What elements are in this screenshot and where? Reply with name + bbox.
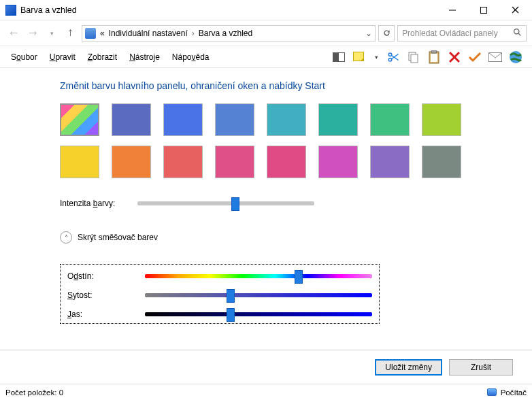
content-pane: Změnit barvu hlavního panelu, ohraničení…: [0, 68, 532, 350]
menu-nastroje[interactable]: Nástroje: [124, 50, 165, 65]
breadcrumb-separator: ›: [192, 29, 195, 38]
window-title: Barva a vzhled: [20, 5, 437, 15]
luminance-slider[interactable]: [145, 312, 372, 316]
status-location: Počítač: [501, 388, 527, 397]
scissors-icon[interactable]: [386, 50, 400, 64]
sticky-note-icon[interactable]: [352, 50, 366, 64]
minimize-button[interactable]: [437, 0, 468, 20]
color-swatch-13[interactable]: [318, 146, 358, 178]
toolbar-dropdown-icon[interactable]: ▾: [373, 50, 380, 64]
color-swatch-9[interactable]: [112, 146, 151, 178]
address-dropdown-icon[interactable]: ⌄: [365, 29, 372, 38]
color-swatch-3[interactable]: [215, 103, 254, 136]
toggle-color-mixer[interactable]: ˄ Skrýt směšovač barev: [60, 231, 380, 244]
color-swatch-1[interactable]: [112, 103, 151, 136]
color-swatch-6[interactable]: [370, 103, 410, 136]
svg-line-12: [391, 54, 399, 59]
breadcrumb-item-2[interactable]: Barva a vzhled: [199, 29, 252, 38]
luminance-label: Jas:: [67, 310, 135, 319]
globe-icon[interactable]: [509, 50, 522, 64]
color-swatch-14[interactable]: [370, 146, 410, 178]
breadcrumb-item-1[interactable]: Individuální nastavení: [109, 29, 188, 38]
svg-line-11: [391, 55, 399, 61]
svg-line-5: [518, 33, 520, 35]
breadcrumb-prefix: «: [100, 29, 105, 38]
color-swatch-8[interactable]: [60, 146, 99, 178]
contrast-icon[interactable]: [332, 50, 346, 64]
maximize-button[interactable]: [468, 0, 499, 20]
chevron-up-icon: ˄: [60, 231, 72, 244]
intensity-slider[interactable]: [137, 201, 314, 205]
color-swatch-0[interactable]: [60, 103, 99, 136]
svg-rect-16: [431, 50, 437, 53]
hue-label: Odstín:: [67, 271, 135, 281]
svg-rect-1: [481, 7, 487, 13]
color-swatch-11[interactable]: [215, 146, 254, 178]
nav-back-button[interactable]: 🡐: [5, 25, 22, 41]
refresh-button[interactable]: [378, 25, 395, 41]
intensity-label: Intenzita barvy:: [60, 199, 128, 208]
search-icon: [513, 28, 522, 39]
svg-rect-17: [431, 54, 437, 62]
save-button[interactable]: Uložit změny: [375, 359, 442, 376]
search-input[interactable]: Prohledat Ovládací panely: [397, 25, 527, 41]
computer-icon: [487, 388, 497, 396]
mail-icon[interactable]: [488, 50, 502, 64]
app-icon: [5, 5, 16, 16]
color-swatch-2[interactable]: [163, 103, 203, 136]
clipboard-icon[interactable]: [427, 50, 441, 64]
mixer-toggle-label: Skrýt směšovač barev: [78, 233, 158, 242]
color-swatch-4[interactable]: [267, 103, 306, 136]
copy-icon[interactable]: [407, 50, 420, 64]
color-swatch-15[interactable]: [422, 146, 461, 178]
hue-slider[interactable]: [145, 274, 372, 278]
cancel-button[interactable]: Zrušit: [449, 359, 513, 376]
nav-recent-dropdown[interactable]: ▾: [44, 25, 60, 41]
saturation-slider[interactable]: [145, 293, 372, 297]
menu-upravit[interactable]: Upravit: [44, 50, 81, 65]
svg-rect-7: [333, 52, 339, 61]
close-button[interactable]: [499, 0, 531, 20]
color-swatch-7[interactable]: [422, 103, 461, 136]
menu-napoveda[interactable]: Nápověda: [167, 50, 215, 65]
color-swatch-10[interactable]: [163, 146, 203, 178]
status-item-count: Počet položek: 0: [5, 388, 63, 397]
svg-point-4: [514, 29, 519, 33]
page-title: Změnit barvu hlavního panelu, ohraničení…: [60, 80, 512, 91]
menu-soubor[interactable]: Soubor: [5, 50, 43, 65]
saturation-label: Sytost:: [67, 290, 135, 300]
control-panel-icon: [85, 28, 96, 39]
nav-forward-button[interactable]: 🡒: [24, 25, 41, 41]
nav-up-button[interactable]: 🡑: [63, 25, 79, 41]
color-swatch-5[interactable]: [318, 103, 358, 136]
checkmark-icon[interactable]: [468, 50, 482, 64]
address-bar[interactable]: « Individuální nastavení › Barva a vzhle…: [82, 25, 376, 41]
search-placeholder: Prohledat Ovládací panely: [402, 29, 498, 38]
menu-zobrazit[interactable]: Zobrazit: [82, 50, 122, 65]
delete-icon[interactable]: [448, 50, 461, 64]
color-swatch-grid: [60, 103, 512, 178]
color-swatch-12[interactable]: [267, 146, 306, 178]
svg-rect-14: [411, 54, 418, 63]
